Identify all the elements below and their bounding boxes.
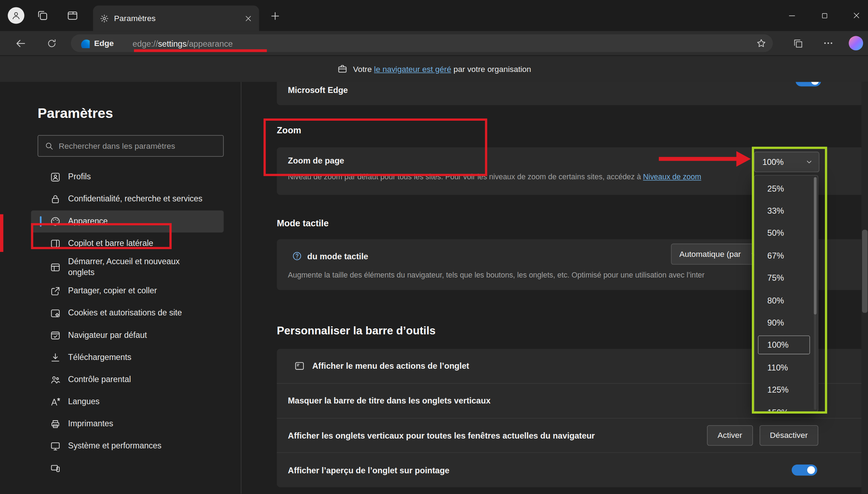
workspaces-button[interactable]	[34, 7, 51, 24]
palette-icon	[50, 216, 61, 227]
sidebar-item-label: Copilot et barre latérale	[68, 238, 153, 249]
edge-site-label: Edge	[94, 39, 114, 47]
search-icon	[44, 141, 54, 151]
toolbar-row-label: Afficher le menu des actions de l’onglet	[312, 361, 469, 370]
touch-mode-dropdown-value: Automatique (par	[679, 250, 749, 259]
sidebar-item-apparence[interactable]: Apparence	[31, 211, 223, 233]
sidebar-item-controle-parental[interactable]: Contrôle parental	[31, 369, 223, 391]
refresh-button[interactable]	[43, 35, 60, 51]
touch-description: Augmente la taille des éléments du navig…	[288, 271, 705, 279]
back-button[interactable]	[12, 35, 29, 51]
download-icon	[50, 352, 61, 363]
managed-link[interactable]: le navigateur est géré	[374, 65, 451, 73]
settings-search-box[interactable]	[38, 135, 223, 157]
toolbar-row-tab-preview: Afficher l’aperçu de l’onglet sur pointa…	[277, 453, 864, 487]
page-title: Paramètres	[38, 105, 113, 121]
sidebar-item-label: Cookies et autorisations de site	[68, 308, 182, 319]
help-circle-icon[interactable]	[292, 251, 302, 261]
system-icon	[50, 441, 61, 452]
zoom-option-80[interactable]: 80%	[755, 289, 818, 312]
maximize-button[interactable]	[816, 7, 833, 24]
page-zoom-options-popup: 25% 33% 50% 67% 75% 80% 90% 100% 110% 12…	[754, 175, 818, 412]
zoom-description-text: Niveau de zoom par défaut pour tous les …	[288, 173, 643, 181]
profile-avatar[interactable]	[8, 7, 24, 24]
sidebar-item-confidentialite[interactable]: Confidentialité, recherche et services	[31, 188, 223, 211]
lock-icon	[50, 194, 61, 205]
printer-icon	[50, 419, 61, 430]
sidebar-item-label: Langues	[68, 396, 100, 408]
close-window-button[interactable]	[848, 7, 864, 24]
zoom-option-75[interactable]: 75%	[755, 267, 818, 289]
sidebar-item-navigateur-defaut[interactable]: Navigateur par défaut	[31, 325, 223, 347]
managed-browser-banner: Votre le navigateur est géré par votre o…	[0, 55, 868, 82]
settings-and-more-button[interactable]	[820, 35, 836, 51]
tab-close-icon[interactable]	[244, 14, 253, 22]
favorites-hub-button[interactable]	[789, 35, 806, 51]
touch-mode-dropdown[interactable]: Automatique (par	[671, 243, 764, 265]
zoom-option-125[interactable]: 125%	[755, 379, 818, 401]
sidebar-item-partager[interactable]: Partager, copier et coller	[31, 280, 223, 302]
sidebar-item-systeme[interactable]: Système et performances	[31, 435, 223, 457]
zoom-option-100[interactable]: 100%	[755, 334, 818, 356]
person-icon	[11, 11, 21, 20]
browser-tab[interactable]: Paramètres	[93, 6, 259, 31]
new-tab-button[interactable]	[267, 8, 283, 24]
sidebar-item-langues[interactable]: Langues	[31, 391, 223, 413]
deactivate-button[interactable]: Désactiver	[759, 425, 818, 446]
sidebar-item-cookies[interactable]: Cookies et autorisations de site	[31, 302, 223, 324]
zoom-option-50[interactable]: 50%	[755, 222, 818, 244]
sidebar-item-label: Système et performances	[68, 441, 161, 452]
close-icon	[852, 11, 861, 20]
page-scrollbar-thumb[interactable]	[862, 230, 868, 313]
sidebar-item-copilot[interactable]: Copilot et barre latérale	[31, 233, 223, 255]
sidebar-item-profils[interactable]: Profils	[31, 166, 223, 188]
sidebar-item-label: Contrôle parental	[68, 374, 131, 386]
zoom-levels-link[interactable]: Niveaux de zoom	[643, 173, 701, 181]
zoom-option-67[interactable]: 67%	[755, 244, 818, 267]
zoom-option-33[interactable]: 33%	[755, 200, 818, 222]
sidebar-item-label: Téléchargements	[68, 352, 131, 363]
plus-icon	[269, 11, 281, 22]
zoom-section-title: Zoom	[277, 125, 301, 136]
page-scrollbar-track[interactable]	[861, 82, 868, 494]
copilot-button[interactable]	[848, 35, 864, 51]
maximize-icon	[820, 11, 829, 20]
sidebar-item-partial[interactable]	[31, 457, 223, 479]
url-host: settings	[158, 39, 187, 48]
sidebar-item-label: Démarrer, Accueil et nouveaux onglets	[68, 256, 207, 279]
sidebar-menu: Profils Confidentialité, recherche et se…	[31, 166, 223, 479]
page-zoom-value: 100%	[762, 157, 805, 167]
ellipsis-icon	[823, 38, 834, 49]
favorite-this-page-button[interactable]	[753, 35, 769, 51]
sidebar-item-telechargements[interactable]: Téléchargements	[31, 347, 223, 369]
tab-search-button[interactable]	[64, 7, 81, 24]
sidebar-layout-icon	[50, 238, 61, 249]
sidebar-item-imprimantes[interactable]: Imprimantes	[31, 413, 223, 435]
activate-button[interactable]: Activer	[707, 425, 753, 446]
page-zoom-dropdown[interactable]: 100%	[754, 152, 819, 172]
chevron-down-icon	[805, 158, 813, 166]
zoom-option-90[interactable]: 90%	[755, 311, 818, 334]
touch-row-label: du mode tactile	[307, 251, 368, 261]
sidebar-item-demarrer[interactable]: Démarrer, Accueil et nouveaux onglets	[31, 255, 223, 280]
home-tabs-icon	[50, 262, 61, 273]
banner-prefix: Votre	[353, 65, 372, 73]
zoom-option-110[interactable]: 110%	[755, 356, 818, 379]
minimize-button[interactable]	[783, 7, 800, 24]
popup-scrollbar-thumb[interactable]	[814, 177, 817, 314]
tab-preview-toggle[interactable]	[792, 465, 817, 476]
hub-icon	[793, 38, 803, 48]
navigation-bar: Edge edge://settings/appearance	[0, 31, 868, 55]
search-input[interactable]	[59, 141, 217, 150]
selected-accent-bar	[40, 216, 42, 227]
zoom-option-25[interactable]: 25%	[755, 177, 818, 200]
zoom-description: Niveau de zoom par défaut pour tous les …	[288, 173, 701, 181]
address-bar[interactable]: Edge edge://settings/appearance	[71, 34, 773, 52]
refresh-icon	[46, 38, 57, 48]
minimize-icon	[787, 11, 796, 20]
zoom-option-150[interactable]: 150%	[755, 401, 818, 412]
toolbar-row-label: Afficher les onglets verticaux pour tout…	[288, 430, 595, 440]
touch-section-title: Mode tactile	[277, 218, 329, 229]
toolbar-row-label: Masquer la barre de titre dans les ongle…	[288, 396, 491, 405]
banner-suffix: par votre organisation	[453, 65, 531, 73]
